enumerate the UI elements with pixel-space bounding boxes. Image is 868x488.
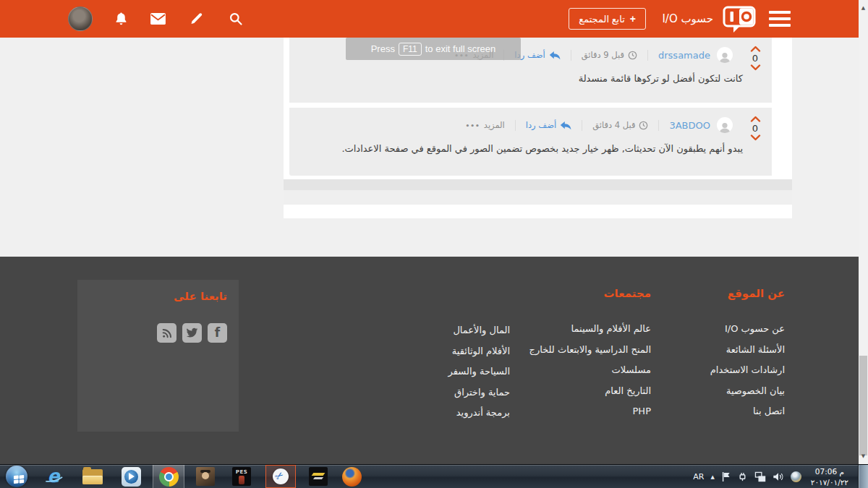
comment-text: كانت لتكون أفضل لو تركوها قائمة منسدلة xyxy=(289,63,772,84)
reply-arrow-icon xyxy=(560,121,571,130)
windows-explorer-icon[interactable] xyxy=(82,469,103,484)
upvote-icon[interactable] xyxy=(750,46,761,52)
upvote-icon[interactable] xyxy=(750,116,761,122)
scrollbar-up-arrow[interactable]: ▲ xyxy=(859,5,868,11)
language-indicator[interactable]: AR xyxy=(693,472,704,481)
downvote-icon[interactable] xyxy=(750,134,761,141)
nfs-game-icon[interactable] xyxy=(309,467,328,486)
volume-speaker-icon[interactable] xyxy=(773,471,784,482)
card-footer-band xyxy=(284,179,792,190)
compose-pencil-icon[interactable] xyxy=(190,11,204,29)
plus-icon: + xyxy=(630,13,636,25)
comment-time: قبل 4 دقائق xyxy=(592,120,648,130)
page-content: 0 drssamade قبل 9 دقائق xyxy=(0,38,868,257)
downvote-icon[interactable] xyxy=(750,64,761,71)
notifications-bell-icon[interactable] xyxy=(114,11,129,30)
footer-community-link[interactable]: المنح الدراسية والابتعاث للخارج xyxy=(529,340,651,361)
footer-community-link[interactable]: PHP xyxy=(529,401,651,422)
scrollbar-down-arrow[interactable]: ▼ xyxy=(859,453,868,459)
comment-meta: 3ABDOO قبل 4 دقائق أضف ردا المزيد ••• xyxy=(289,108,772,133)
show-desktop-button[interactable] xyxy=(858,465,868,488)
footer-communities-title: مجتمعات xyxy=(529,287,651,300)
chrome-icon xyxy=(159,467,179,487)
footer-communities-column-2: المال والأعمال الأفلام الوثائقية السياحة… xyxy=(448,287,510,424)
top-navbar: حسوب I/O + تابع المجتمع xyxy=(0,0,868,38)
follow-community-button[interactable]: + تابع المجتمع xyxy=(569,8,646,30)
follow-us-box: تابعنا على f xyxy=(77,280,239,432)
comment-text: يبدو أنهم يطبقون الآن تحديثات, ظهر خيار … xyxy=(289,133,772,154)
scrollbar-thumb[interactable] xyxy=(859,356,867,455)
commenter-username[interactable]: drssamade xyxy=(658,50,710,61)
footer-community-link[interactable]: حماية واختراق xyxy=(448,382,510,403)
network-icon[interactable] xyxy=(754,471,766,482)
footer-community-link[interactable]: الأفلام الوثائقية xyxy=(448,341,510,362)
weather-ball-icon[interactable] xyxy=(791,471,801,482)
comment-row: 0 3ABDOO قبل 4 دقائق xyxy=(289,108,772,176)
twitter-icon[interactable] xyxy=(182,323,202,343)
snipping-tool-button[interactable]: ✂ xyxy=(265,465,296,488)
facebook-icon[interactable]: f xyxy=(208,323,227,343)
clock-icon xyxy=(639,121,648,130)
social-icons-row: f xyxy=(89,323,227,343)
footer-link[interactable]: عن حسوب I/O xyxy=(710,319,785,340)
toast-text: to exit full screen xyxy=(425,43,496,54)
site-footer: عن الموقع عن حسوب I/O الأسئلة الشائعة ار… xyxy=(0,257,868,464)
reply-arrow-icon xyxy=(549,51,561,60)
firefox-icon[interactable] xyxy=(342,467,362,487)
more-dots-icon: ••• xyxy=(466,122,480,129)
add-reply-link[interactable]: أضف ردا xyxy=(526,120,571,130)
vote-count: 0 xyxy=(752,123,758,134)
clock-icon xyxy=(628,51,637,60)
page-scrollbar[interactable]: ▲ ▼ xyxy=(859,0,868,464)
fullscreen-exit-toast: Press F11 to exit full screen xyxy=(346,38,521,60)
add-reply-link[interactable]: أضف ردا xyxy=(514,50,560,60)
hsoub-io-logo[interactable] xyxy=(723,6,756,35)
media-player-icon[interactable] xyxy=(122,467,141,487)
follow-community-label: تابع المجتمع xyxy=(579,14,625,25)
footer-community-link[interactable]: برمجة أندرويد xyxy=(448,403,510,424)
messages-mail-icon[interactable] xyxy=(150,12,166,28)
footer-link[interactable]: بيان الخصوصية xyxy=(710,381,785,402)
footer-community-link[interactable]: السياحة والسفر xyxy=(448,361,510,382)
internet-explorer-icon[interactable]: e xyxy=(43,466,64,487)
commenter-username[interactable]: 3ABDOO xyxy=(669,120,710,131)
hidden-icons-arrow[interactable]: ▲ xyxy=(710,474,714,480)
rss-icon[interactable] xyxy=(157,323,176,343)
f11-key-badge: F11 xyxy=(399,43,422,56)
site-title[interactable]: حسوب I/O xyxy=(662,0,713,38)
footer-link[interactable]: ارشادات الاستخدام xyxy=(710,360,785,381)
footer-about-title: عن الموقع xyxy=(710,287,785,300)
vote-widget: 0 xyxy=(748,116,762,141)
chrome-taskbar-button[interactable] xyxy=(153,465,184,488)
system-tray: AR ▲ 07:06 م ٢٠١٧/٠١/٢٢ xyxy=(693,465,868,488)
footer-community-link[interactable]: عالم الأفلام والسينما xyxy=(529,319,651,340)
pes-game-icon[interactable]: PES xyxy=(232,467,251,486)
windows-taskbar: e PES ✂ AR ▲ 07:06 م ٢٠١٧/٠١/٢٢ xyxy=(0,464,868,488)
clock-time: 07:06 م xyxy=(811,466,848,476)
vote-widget: 0 xyxy=(748,46,762,71)
card-footer-band-light xyxy=(284,190,792,205)
footer-community-link[interactable]: مسلسلات xyxy=(529,360,651,381)
commenter-avatar[interactable] xyxy=(717,117,733,133)
meta-divider xyxy=(647,50,648,61)
menu-icon[interactable] xyxy=(769,11,791,27)
meta-divider xyxy=(658,120,659,131)
footer-community-link[interactable]: التاريخ العام xyxy=(529,381,651,402)
action-center-flag-icon[interactable] xyxy=(721,471,731,482)
start-button[interactable] xyxy=(6,466,27,487)
footer-community-link[interactable]: المال والأعمال xyxy=(448,320,510,341)
commenter-avatar[interactable] xyxy=(717,47,733,63)
clock-date: ٢٠١٧/٠١/٢٢ xyxy=(811,477,848,487)
taskbar-clock[interactable]: 07:06 م ٢٠١٧/٠١/٢٢ xyxy=(808,466,851,487)
footer-link[interactable]: الأسئلة الشائعة xyxy=(710,340,785,361)
follow-us-title: تابعنا على xyxy=(89,290,227,303)
more-menu[interactable]: المزيد ••• xyxy=(466,120,505,130)
meta-divider xyxy=(571,50,571,61)
toast-text: Press xyxy=(371,43,395,54)
user-avatar[interactable] xyxy=(68,7,93,31)
vote-count: 0 xyxy=(752,53,758,64)
footer-link[interactable]: اتصل بنا xyxy=(710,401,785,422)
search-icon[interactable] xyxy=(229,12,243,29)
gta-game-icon[interactable] xyxy=(196,467,215,486)
safely-remove-hardware-icon[interactable] xyxy=(737,471,748,482)
